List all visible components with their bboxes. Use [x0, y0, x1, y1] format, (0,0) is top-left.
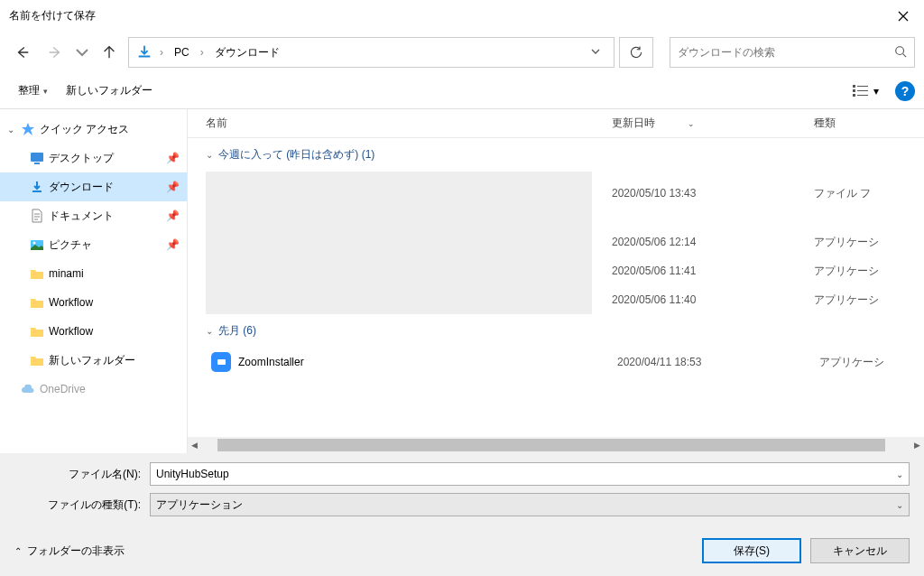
save-button[interactable]: 保存(S) [702, 538, 801, 563]
sidebar-item-onedrive[interactable]: OneDrive [0, 382, 187, 396]
sort-caret-icon: ⌄ [688, 119, 695, 128]
pin-icon: 📌 [166, 152, 180, 164]
sidebar-item-downloads[interactable]: ダウンロード 📌 [0, 172, 187, 201]
new-folder-label: 新しいフォルダー [66, 83, 152, 98]
pin-icon: 📌 [166, 238, 180, 251]
pictures-icon [29, 237, 45, 253]
search-input[interactable] [678, 46, 894, 59]
svg-rect-5 [853, 94, 855, 97]
group-label: 今週に入って (昨日は含めず) (1) [218, 147, 374, 163]
horizontal-scrollbar[interactable] [188, 437, 924, 453]
breadcrumb-downloads[interactable]: ダウンロード [211, 45, 283, 60]
filetype-value: アプリケーション [156, 497, 896, 513]
file-date: 2020/05/06 12:14 [612, 236, 814, 248]
svg-rect-8 [34, 163, 40, 164]
nav-up-button[interactable] [96, 39, 123, 66]
address-dropdown[interactable] [585, 46, 606, 60]
column-headers: 名前 更新日時⌄ 種類 [188, 109, 924, 138]
dialog-title: 名前を付けて保存 [9, 8, 96, 23]
folder-icon [29, 294, 45, 311]
hide-folders-label: フォルダーの非表示 [27, 543, 125, 559]
address-bar[interactable]: › PC › ダウンロード [128, 37, 614, 68]
filename-input[interactable] [156, 468, 896, 480]
cloud-icon [20, 382, 36, 396]
organize-button[interactable]: 整理 ▾ [9, 78, 57, 104]
chevron-down-icon: ▾ [43, 87, 48, 96]
sidebar-item-minami[interactable]: minami [0, 259, 187, 288]
zoom-app-icon [211, 352, 231, 372]
svg-rect-6 [857, 95, 868, 96]
view-list-icon [852, 83, 870, 99]
group-last-month[interactable]: ⌄ 先月 (6) [193, 314, 924, 348]
chevron-down-icon [74, 44, 90, 60]
file-type: ファイル フ [814, 186, 871, 201]
svg-point-0 [896, 46, 904, 54]
cancel-button[interactable]: キャンセル [810, 538, 910, 563]
refresh-icon [629, 45, 643, 60]
filename-combo[interactable]: ⌄ [150, 462, 910, 486]
close-icon [898, 11, 909, 22]
downloads-icon [29, 179, 45, 195]
filetype-combo[interactable]: アプリケーション ⌄ [150, 493, 910, 516]
chevron-down-icon[interactable]: ⌄ [896, 500, 903, 510]
sidebar-label: クイック アクセス [40, 122, 129, 137]
column-modified[interactable]: 更新日時⌄ [612, 116, 814, 131]
document-icon [29, 208, 45, 224]
close-button[interactable] [882, 3, 924, 30]
column-name[interactable]: 名前 [206, 116, 612, 131]
file-row[interactable]: ZoomInstaller 2020/04/11 18:53 アプリケーシ [193, 348, 924, 376]
file-list: ⌄ 今週に入って (昨日は含めず) (1) 2020/05/10 13:43ファ… [188, 138, 924, 437]
sidebar-item-quick-access[interactable]: ⌄ クイック アクセス [0, 115, 187, 144]
breadcrumb-separator: › [158, 46, 165, 59]
filename-label: ファイル名(N): [14, 467, 150, 482]
breadcrumb-pc[interactable]: PC [171, 46, 193, 59]
desktop-icon [29, 150, 45, 166]
scrollbar-thumb[interactable] [217, 439, 885, 451]
chevron-down-icon[interactable]: ⌄ [896, 469, 903, 479]
sidebar-item-workflow[interactable]: Workflow [0, 317, 187, 346]
sidebar-item-desktop[interactable]: デスクトップ 📌 [0, 144, 187, 172]
breadcrumb-separator: › [199, 46, 206, 59]
nav-recent-button[interactable] [74, 39, 90, 66]
sidebar-label: minami [49, 267, 84, 280]
file-name: ZoomInstaller [238, 356, 617, 368]
search-box[interactable] [670, 37, 915, 68]
sidebar-label: ドキュメント [49, 209, 114, 224]
sidebar-label: デスクトップ [49, 151, 114, 166]
chevron-down-icon [590, 46, 601, 57]
nav-forward-button[interactable] [42, 39, 69, 66]
sidebar-label: Workflow [49, 296, 93, 309]
organize-label: 整理 [18, 83, 40, 98]
sidebar: ⌄ クイック アクセス デスクトップ 📌 ダウンロード 📌 ドキュメント 📌 ピ… [0, 109, 188, 453]
chevron-down-icon: ⌄ [206, 150, 213, 160]
svg-rect-4 [857, 90, 868, 91]
redacted-area [206, 172, 592, 314]
star-icon [20, 121, 36, 137]
file-type: アプリケーシ [814, 293, 879, 308]
svg-rect-2 [857, 86, 868, 87]
group-label: 先月 (6) [218, 323, 256, 339]
hide-folders-toggle[interactable]: ⌃ フォルダーの非表示 [14, 543, 125, 559]
svg-rect-7 [31, 153, 43, 162]
group-this-week[interactable]: ⌄ 今週に入って (昨日は含めず) (1) [193, 138, 924, 172]
nav-back-button[interactable] [9, 39, 36, 66]
sidebar-item-documents[interactable]: ドキュメント 📌 [0, 201, 187, 230]
new-folder-button[interactable]: 新しいフォルダー [57, 78, 162, 104]
folder-icon [29, 265, 45, 282]
view-options-button[interactable]: ▾ [848, 79, 882, 103]
filetype-label: ファイルの種類(T): [14, 497, 150, 513]
arrow-up-icon [101, 44, 117, 60]
arrow-left-icon [14, 44, 31, 60]
help-button[interactable]: ? [895, 81, 915, 101]
sidebar-item-new-folder[interactable]: 新しいフォルダー [0, 346, 187, 375]
chevron-down-icon: ▾ [873, 85, 879, 98]
sidebar-label: 新しいフォルダー [49, 353, 135, 368]
sidebar-item-workflow[interactable]: Workflow [0, 288, 187, 317]
file-date: 2020/04/11 18:53 [617, 356, 819, 368]
file-type: アプリケーシ [814, 235, 879, 250]
sidebar-item-pictures[interactable]: ピクチャ 📌 [0, 230, 187, 259]
refresh-button[interactable] [619, 37, 653, 68]
folder-icon [29, 352, 45, 368]
column-type[interactable]: 種類 [814, 116, 924, 131]
pin-icon: 📌 [166, 181, 180, 193]
